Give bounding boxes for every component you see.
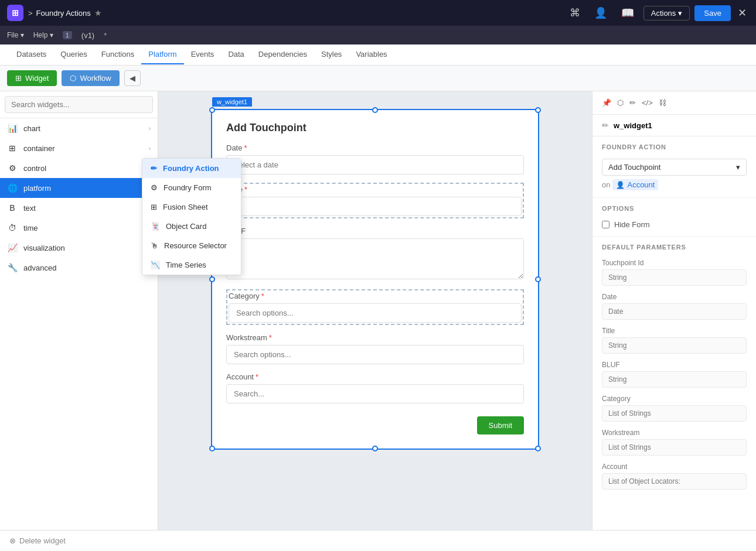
nav-queries[interactable]: Queries (53, 45, 94, 64)
workflow-icon: ⬡ (70, 74, 76, 83)
param-input-touchpoint-id[interactable] (602, 269, 747, 286)
form-content: Add Touchpoint Date * Title * (212, 110, 538, 449)
close-button[interactable]: ✕ (735, 4, 749, 22)
submenu-time-series[interactable]: 📉 Time Series (142, 255, 241, 275)
submenu-fusion-sheet[interactable]: ⊞ Fusion Sheet (142, 197, 241, 217)
handle-tm[interactable] (372, 107, 378, 113)
nav-data[interactable]: Data (221, 45, 251, 64)
param-input-workstream[interactable] (602, 439, 747, 456)
action-dropdown-icon: ▾ (736, 163, 740, 172)
submenu-label-foundry-action: Foundry Action (163, 164, 219, 173)
param-input-category[interactable] (602, 405, 747, 422)
widget-item-advanced[interactable]: 🔧 advanced › (0, 258, 158, 278)
workflow-button[interactable]: ⬡ Workflow (62, 70, 119, 86)
widget-item-container[interactable]: ⊞ container › (0, 138, 158, 158)
widget-label-platform: platform (23, 184, 51, 193)
param-workstream: Workstream (602, 429, 747, 456)
file-menu[interactable]: File ▾ (7, 31, 24, 39)
nav-variables[interactable]: Variables (349, 45, 394, 64)
nav-dependencies[interactable]: Dependencies (251, 45, 314, 64)
delete-widget-button[interactable]: ⊗ Delete widget (9, 536, 66, 545)
widget-item-text[interactable]: B text › (0, 198, 158, 218)
widget-item-control[interactable]: ⚙ control › (0, 158, 158, 178)
left-panel: 📊 chart › ⊞ container › ⚙ control › (0, 91, 158, 530)
param-input-date[interactable] (602, 303, 747, 320)
param-input-title[interactable] (602, 337, 747, 354)
user-icon-btn[interactable]: 👤 (590, 4, 612, 22)
book-icon-btn[interactable]: 📖 (617, 4, 639, 22)
handle-bl[interactable] (209, 446, 215, 451)
submenu-foundry-action[interactable]: ✏ Foundry Action (142, 159, 241, 178)
handle-br[interactable] (535, 446, 541, 451)
chevron-icon-chart: › (149, 125, 151, 132)
category-input[interactable] (229, 303, 522, 323)
container-icon: ⊞ (7, 143, 18, 153)
widget-item-visualization[interactable]: 📈 visualization › (0, 238, 158, 258)
action-on: on 👤 Account (602, 179, 747, 190)
visualization-icon: 📈 (7, 242, 18, 253)
workstream-label: Workstream (226, 333, 267, 342)
right-panel-header: 📌 ⬡ ✏ </> ⛓ (592, 91, 756, 115)
nav-platform[interactable]: Platform (141, 45, 183, 64)
submenu-label-foundry-form: Foundry Form (164, 183, 212, 192)
widget-edit-icon: ✏ (602, 121, 609, 130)
star-icon[interactable]: ★ (94, 8, 102, 18)
bottom-bar: ⊗ Delete widget (0, 530, 756, 551)
handle-bm[interactable] (372, 446, 378, 451)
handle-tl[interactable] (209, 107, 215, 113)
hide-form-checkbox[interactable] (602, 221, 609, 228)
foundry-form-icon: ⚙ (151, 183, 158, 192)
action-select[interactable]: Add Touchpoint ▾ (602, 159, 747, 176)
title-section: Title * (226, 183, 524, 218)
date-label: Date (226, 143, 242, 152)
collapse-panel-button[interactable]: ◀ (124, 70, 141, 86)
delete-icon: ⊗ (9, 536, 16, 545)
nav-datasets[interactable]: Datasets (9, 45, 53, 64)
submenu-resource-selector[interactable]: 🖱 Resource Selector (142, 236, 241, 255)
widget-item-time[interactable]: ⏱ time › (0, 218, 158, 238)
widget-id-row: ✏ w_widget1 (592, 115, 756, 136)
nav-events[interactable]: Events (184, 45, 222, 64)
submenu-object-card[interactable]: 🃏 Object Card (142, 217, 241, 236)
widget-item-platform[interactable]: 🌐 platform › (0, 178, 158, 198)
right-panel: 📌 ⬡ ✏ </> ⛓ ✏ w_widget1 FOUNDRY ACTION A… (592, 91, 756, 530)
param-label-touchpoint-id: Touchpoint Id (602, 259, 747, 267)
handle-tr[interactable] (535, 107, 541, 113)
top-bar: ⊞ > Foundry Actions ★ ⌘ 👤 📖 Actions ▾ Sa… (0, 0, 756, 26)
save-button[interactable]: Save (694, 5, 731, 21)
nav-styles[interactable]: Styles (314, 45, 349, 64)
main-area: 📊 chart › ⊞ container › ⚙ control › (0, 91, 756, 530)
account-input[interactable] (226, 384, 524, 403)
widget-label-control: control (23, 164, 46, 173)
modified-indicator: * (104, 31, 107, 40)
param-input-account[interactable] (602, 473, 747, 490)
section-label-foundry-action: FOUNDRY ACTION (592, 136, 756, 154)
title-input[interactable] (229, 197, 522, 216)
foundry-action-icon: ✏ (151, 164, 157, 173)
chart-icon: 📊 (7, 123, 18, 134)
grid-icon-btn[interactable]: ⌘ (565, 4, 585, 22)
panel-code-icon: </> (642, 98, 653, 107)
widget-label-visualization: visualization (23, 244, 65, 252)
actions-button[interactable]: Actions ▾ (643, 6, 690, 20)
widget-label-container: container (23, 144, 55, 153)
app-icon: ⊞ (7, 5, 23, 21)
panel-link-icon: ⛓ (659, 98, 666, 107)
date-input[interactable] (226, 155, 524, 174)
hide-form-checkbox-row[interactable]: Hide Form (602, 220, 747, 229)
submit-button[interactable]: Submit (477, 416, 524, 434)
help-menu[interactable]: Help ▾ (33, 31, 53, 39)
bluf-textarea[interactable] (226, 238, 524, 279)
workstream-input[interactable] (226, 345, 524, 364)
widget-button[interactable]: ⊞ Widget (7, 70, 57, 86)
handle-mr[interactable] (535, 276, 541, 282)
time-series-icon: 📉 (151, 261, 160, 269)
handle-ml[interactable] (209, 276, 215, 282)
advanced-icon: 🔧 (7, 262, 18, 273)
nav-functions[interactable]: Functions (94, 45, 141, 64)
time-icon: ⏱ (7, 223, 18, 233)
submenu-foundry-form[interactable]: ⚙ Foundry Form (142, 178, 241, 197)
widget-item-chart[interactable]: 📊 chart › (0, 118, 158, 138)
search-input[interactable] (5, 96, 153, 113)
param-input-bluf[interactable] (602, 371, 747, 388)
